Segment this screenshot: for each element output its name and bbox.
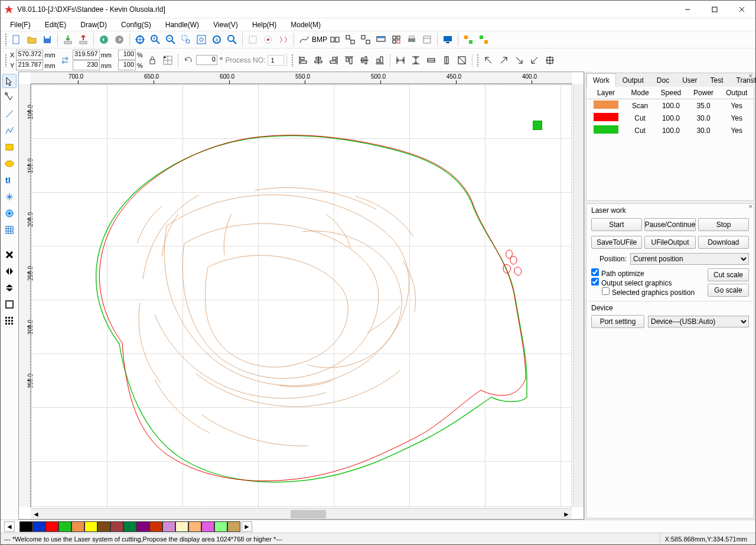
menu-edit[interactable]: Edit(E) bbox=[38, 20, 74, 30]
selected-pos-checkbox[interactable]: Selected graphics position bbox=[602, 288, 695, 297]
scroll-left-icon[interactable]: ◄ bbox=[31, 509, 41, 520]
polyline-tool-icon[interactable] bbox=[2, 124, 17, 138]
grid-tool-icon[interactable] bbox=[2, 223, 17, 237]
color-swatch[interactable] bbox=[149, 521, 162, 532]
start-button[interactable]: Start bbox=[591, 218, 642, 231]
menu-draw[interactable]: Draw(D) bbox=[73, 20, 114, 30]
zoom-all-icon[interactable]: A bbox=[210, 33, 224, 47]
zoom-fit-icon[interactable] bbox=[194, 33, 208, 47]
node-edit-icon[interactable] bbox=[2, 90, 17, 105]
panel-close-icon[interactable]: × bbox=[749, 203, 752, 210]
dist-v-bot-icon[interactable] bbox=[373, 53, 387, 67]
color-swatch[interactable] bbox=[136, 521, 149, 532]
menu-handle[interactable]: Handle(W) bbox=[158, 20, 206, 30]
preview-icon[interactable] bbox=[276, 33, 291, 47]
menu-view[interactable]: View(V) bbox=[206, 20, 245, 30]
group-icon[interactable] bbox=[343, 33, 357, 47]
color-swatch[interactable] bbox=[58, 521, 71, 532]
canvas-area[interactable]: 700.0 650.0 600.0 550.0 500.0 450.0 400.… bbox=[18, 72, 584, 520]
output-select-checkbox[interactable]: Output select graphics bbox=[591, 279, 672, 287]
save-ufile-button[interactable]: SaveToUFile bbox=[591, 236, 642, 249]
stop-button[interactable]: Stop bbox=[698, 218, 749, 231]
same-height-icon[interactable] bbox=[439, 53, 454, 67]
rotate-input[interactable]: 0 bbox=[196, 55, 217, 65]
minimize-button[interactable] bbox=[674, 1, 701, 18]
scroll-thumb[interactable] bbox=[291, 510, 326, 518]
delete-tool-icon[interactable] bbox=[2, 248, 17, 262]
mirror-v-icon[interactable] bbox=[2, 281, 17, 295]
undo-icon[interactable] bbox=[97, 33, 111, 47]
zoom-in-icon[interactable] bbox=[148, 33, 162, 47]
scroll-right-icon[interactable]: ► bbox=[561, 509, 572, 520]
dist-h-center-icon[interactable] bbox=[311, 53, 325, 67]
horizontal-scrollbar[interactable]: ◄ ► bbox=[31, 508, 572, 519]
palette-prev-icon[interactable]: ◄ bbox=[4, 521, 15, 532]
print-icon[interactable] bbox=[405, 33, 419, 47]
dist-v-top-icon[interactable] bbox=[342, 53, 356, 67]
layer-row[interactable]: Scan100.035.0Yes bbox=[586, 99, 754, 112]
point-tool-icon[interactable] bbox=[2, 190, 17, 204]
capture-tool-icon[interactable] bbox=[2, 206, 17, 220]
process-input[interactable] bbox=[268, 55, 284, 66]
save-file-icon[interactable] bbox=[40, 33, 54, 47]
color-swatch[interactable] bbox=[45, 521, 58, 532]
tab-output[interactable]: Output bbox=[616, 73, 650, 87]
ufile-output-button[interactable]: UFileOutput bbox=[644, 236, 695, 249]
space-v-icon[interactable] bbox=[409, 53, 423, 67]
x-input[interactable]: 570.372 bbox=[16, 50, 43, 60]
pan-icon[interactable] bbox=[133, 33, 147, 47]
scalex-input[interactable]: 100 bbox=[118, 50, 136, 60]
align-page-icon[interactable] bbox=[2, 297, 17, 312]
port-setting-button[interactable]: Port setting bbox=[591, 315, 644, 328]
color-swatch[interactable] bbox=[84, 521, 97, 532]
scaley-input[interactable]: 100 bbox=[118, 60, 136, 70]
tab-user[interactable]: User bbox=[676, 73, 703, 87]
same-width-icon[interactable] bbox=[424, 53, 438, 67]
color-swatch[interactable] bbox=[188, 521, 201, 532]
cut-scale-button[interactable]: Cut scale bbox=[708, 268, 749, 281]
monitor-icon[interactable] bbox=[441, 33, 455, 47]
vertical-scrollbar[interactable] bbox=[573, 84, 584, 507]
select-all-icon[interactable] bbox=[246, 33, 260, 47]
path-optimize-checkbox[interactable]: Path optimize bbox=[591, 270, 644, 278]
rect-tool-icon[interactable] bbox=[2, 140, 17, 154]
dist-h-right-icon[interactable] bbox=[327, 53, 341, 67]
tab-work[interactable]: Work bbox=[586, 73, 616, 87]
display-icon[interactable] bbox=[374, 33, 388, 47]
new-file-icon[interactable] bbox=[9, 33, 24, 47]
show-path-icon[interactable] bbox=[261, 33, 275, 47]
lock-aspect-icon[interactable] bbox=[145, 53, 159, 67]
width-input[interactable]: 319.597 bbox=[73, 50, 100, 60]
color-swatch[interactable] bbox=[97, 521, 110, 532]
color-swatch[interactable] bbox=[162, 521, 175, 532]
bmp-icon[interactable]: BMP bbox=[312, 33, 327, 47]
ellipse-tool-icon[interactable] bbox=[2, 157, 17, 171]
tab-test[interactable]: Test bbox=[704, 73, 730, 87]
space-h-icon[interactable] bbox=[393, 53, 408, 67]
download-button[interactable]: Download bbox=[698, 236, 749, 249]
color-swatch[interactable] bbox=[123, 521, 136, 532]
arrow-br-icon[interactable] bbox=[512, 53, 526, 67]
position-select[interactable]: Current position bbox=[630, 253, 749, 265]
color-map1-icon[interactable] bbox=[461, 33, 475, 47]
anchor-grid-icon[interactable] bbox=[161, 53, 175, 67]
curve-icon[interactable] bbox=[297, 33, 311, 47]
line-tool-icon[interactable] bbox=[2, 107, 17, 121]
color-swatch[interactable] bbox=[227, 521, 240, 532]
tab-doc[interactable]: Doc bbox=[650, 73, 676, 87]
same-size-icon[interactable] bbox=[455, 53, 469, 67]
setting-icon[interactable] bbox=[420, 33, 434, 47]
arrow-bl-icon[interactable] bbox=[527, 53, 542, 67]
layer-row[interactable]: Cut100.030.0Yes bbox=[586, 112, 754, 124]
device-select[interactable]: Device---(USB:Auto) bbox=[648, 316, 749, 327]
pause-button[interactable]: Pause/Continue bbox=[644, 218, 696, 231]
redo-icon[interactable] bbox=[112, 33, 126, 47]
mirror-h-icon[interactable] bbox=[2, 264, 17, 278]
menu-model[interactable]: Model(M) bbox=[284, 20, 328, 30]
text-tool-icon[interactable]: tI bbox=[2, 173, 17, 187]
ungroup-icon[interactable] bbox=[359, 33, 373, 47]
export-icon[interactable] bbox=[76, 33, 90, 47]
align-group-icon[interactable] bbox=[328, 33, 342, 47]
array-icon[interactable] bbox=[389, 33, 403, 47]
color-swatch[interactable] bbox=[19, 521, 32, 532]
